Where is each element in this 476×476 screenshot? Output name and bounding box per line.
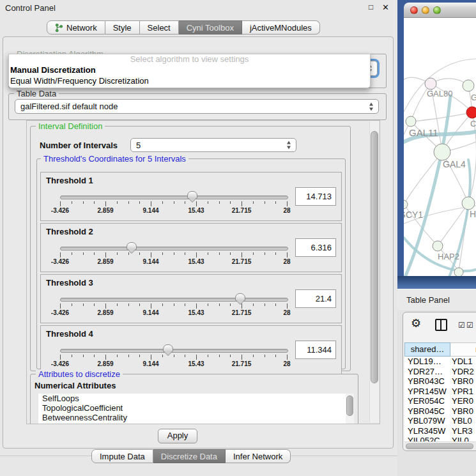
network-node-gal4[interactable]	[434, 144, 450, 160]
table-row[interactable]: YBR043CYBR0	[404, 376, 476, 387]
attributes-scrollbar[interactable]	[346, 394, 354, 424]
table-row[interactable]: YDL19…YDL1	[404, 357, 476, 367]
table-horizontal-scrollbar[interactable]	[404, 441, 476, 450]
cell-shared-name[interactable]: YDR27…	[404, 367, 450, 377]
split-columns-icon[interactable]	[435, 319, 447, 331]
table-row[interactable]: YPR145WYPR1	[404, 387, 476, 397]
threshold-value-field[interactable]: 11.344	[295, 341, 336, 359]
cell-shared-name[interactable]: YBR045C	[404, 406, 450, 417]
cell-shared-name[interactable]: YIL052C	[404, 436, 450, 441]
table-row[interactable]: YDR27…YDR2	[404, 367, 476, 377]
cell-name[interactable]: YPR1	[450, 387, 473, 397]
scrollbar-thumb[interactable]	[346, 395, 353, 416]
table-row[interactable]: YIL052CYIL0	[404, 436, 476, 441]
attribute-item-topologicalcoefficient[interactable]: TopologicalCoefficient	[38, 403, 354, 413]
table-data-combobox[interactable]: galFiltered.sif default node	[15, 99, 379, 114]
minimize-light-yellow[interactable]	[422, 6, 429, 14]
float-window-icon[interactable]: □	[369, 3, 373, 12]
cell-shared-name[interactable]: YPR145W	[404, 387, 450, 397]
cell-name[interactable]: YBL0	[450, 416, 472, 426]
gear-icon[interactable]: ⚙	[411, 316, 421, 330]
scale-label: 21.715	[232, 309, 252, 316]
checkbox-icon[interactable]: ☑	[458, 321, 465, 330]
column-header-shared-name[interactable]: shared…	[404, 342, 450, 357]
cell-name[interactable]: YBR0	[450, 406, 473, 417]
attribute-item-selfloops[interactable]: SelfLoops	[38, 394, 354, 403]
threshold-label: Threshold 4	[46, 329, 93, 339]
cell-name[interactable]: YIL0	[450, 436, 469, 441]
slider-scale-labels: -3.4262.8599.14415.4321.71528	[60, 309, 287, 318]
threshold-slider-track[interactable]	[60, 298, 288, 302]
network-node-c[interactable]	[466, 107, 476, 118]
cell-shared-name[interactable]: YLR345W	[404, 426, 450, 436]
tab-impute-data[interactable]: Impute Data	[91, 449, 153, 463]
close-panel-icon[interactable]: ✕	[382, 3, 389, 12]
network-node[interactable]	[454, 268, 463, 276]
cell-name[interactable]: YDL1	[450, 357, 473, 367]
threshold-value-field[interactable]: 14.713	[295, 187, 336, 206]
network-node-gal80[interactable]	[425, 78, 436, 89]
cell-name[interactable]: YLR3	[450, 426, 473, 436]
cell-name[interactable]: YBR0	[450, 376, 473, 387]
threshold-slider-thumb[interactable]	[127, 242, 137, 250]
threshold-slider-track[interactable]	[60, 349, 288, 353]
tab-label: Impute Data	[100, 452, 145, 461]
cell-shared-name[interactable]: YBL079W	[404, 416, 450, 426]
network-node-gcy1[interactable]	[404, 200, 408, 209]
table-row[interactable]: YER054CYER0	[404, 396, 476, 406]
network-node-ga[interactable]	[463, 80, 474, 91]
scale-label: 15.43	[188, 309, 204, 316]
network-node-gal11[interactable]	[406, 116, 416, 127]
cell-name[interactable]: YDR2	[450, 367, 474, 377]
threshold-slider-thumb[interactable]	[163, 344, 173, 352]
network-canvas[interactable]: GAL80GACGAL11GAL4GCY1HHAP2	[404, 18, 476, 276]
threshold-slider-track[interactable]	[60, 247, 288, 250]
close-light-red[interactable]	[410, 6, 418, 14]
network-window-titlebar[interactable]	[404, 3, 476, 18]
threshold-list: Threshold 1-3.4262.8599.14415.4321.71528…	[40, 172, 342, 374]
cell-shared-name[interactable]: YBR043C	[404, 376, 450, 387]
attribute-item-betweennesscentrality[interactable]: BetweennessCentrality	[38, 413, 354, 422]
group-title: Attributes to discretize	[36, 369, 123, 379]
network-node-hap2[interactable]	[433, 241, 443, 251]
slider-ticks	[60, 201, 287, 207]
dropdown-item-manual-discretization[interactable]: Manual Discretization	[9, 65, 370, 75]
threshold-value-field[interactable]: 6.316	[295, 238, 336, 257]
app-root: Control Panel □ ✕ NetworkStyleSelectCyni…	[0, 0, 476, 476]
table-row[interactable]: YBL079WYBL0	[404, 416, 476, 426]
algorithm-dropdown-popup: Select algorithm to view settings Manual…	[8, 54, 371, 88]
tab-infer-network[interactable]: Infer Network	[226, 449, 291, 463]
tab-style[interactable]: Style	[105, 20, 140, 35]
threshold-slider-thumb[interactable]	[235, 293, 245, 301]
checkbox-icon[interactable]: ☑	[466, 321, 473, 330]
settings-scrollpane: Interval Definition Number of Intervals …	[26, 120, 380, 424]
threshold-slider-thumb[interactable]	[187, 191, 197, 199]
network-graph[interactable]: GAL80GACGAL11GAL4GCY1HHAP2	[404, 18, 476, 276]
slider-scale-labels: -3.4262.8599.14415.4321.71528	[60, 360, 287, 369]
dropdown-item-equal-width-frequency[interactable]: Equal Width/Frequency Discretization	[9, 75, 370, 86]
number-of-intervals-spinner[interactable]: 5	[130, 138, 296, 152]
scrollbar-thumb[interactable]	[406, 443, 473, 449]
column-header-name[interactable]: n	[450, 342, 476, 357]
tab-cyni-toolbox[interactable]: Cyni Toolbox	[179, 20, 242, 35]
tab-network[interactable]: Network	[47, 20, 105, 35]
scrollbar-thumb[interactable]	[371, 131, 378, 383]
cell-shared-name[interactable]: YER054C	[404, 396, 450, 406]
attributes-group: Attributes to discretize Numerical Attri…	[30, 374, 358, 424]
scale-label: 28	[283, 207, 290, 214]
table-data-selected: galFiltered.sif default node	[20, 102, 118, 111]
table-row[interactable]: YBR045CYBR0	[404, 406, 476, 417]
settings-scrollbar[interactable]	[369, 121, 379, 422]
table-row[interactable]: YLR345WYLR3	[404, 426, 476, 436]
threshold-slider-track[interactable]	[60, 196, 288, 199]
cell-shared-name[interactable]: YDL19…	[404, 357, 450, 367]
tab-label: Infer Network	[233, 452, 282, 461]
cell-name[interactable]: YER0	[450, 396, 473, 406]
threshold-value-field[interactable]: 21.4	[295, 289, 336, 308]
network-node-h[interactable]	[462, 197, 475, 210]
tab-select[interactable]: Select	[140, 20, 179, 35]
apply-button[interactable]: Apply	[158, 429, 197, 443]
tab-discretize-data[interactable]: Discretize Data	[153, 449, 226, 463]
zoom-light-green[interactable]	[433, 6, 441, 14]
tab-jactivemnodules[interactable]: jActiveMNodules	[242, 20, 320, 35]
